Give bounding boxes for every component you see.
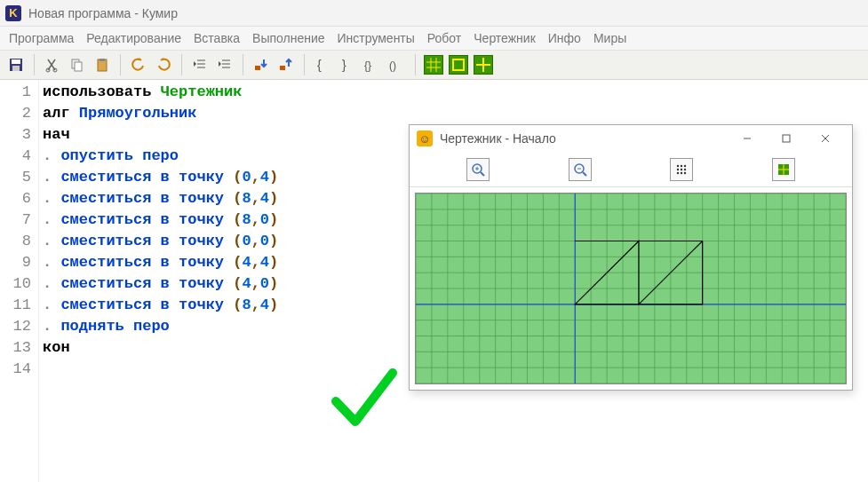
toolbar-separator: [304, 54, 305, 75]
outdent-icon[interactable]: [189, 54, 211, 75]
svg-text:}: }: [342, 58, 346, 72]
line-number: 10: [0, 273, 38, 295]
line-number: 6: [0, 188, 38, 209]
line-number: 3: [0, 124, 38, 146]
menu-item-3[interactable]: Выполнение: [247, 29, 330, 47]
grid-a-icon[interactable]: [423, 54, 444, 75]
drafter-window: ☺ Чертежник - Начало: [409, 124, 853, 391]
line-number: 1: [0, 82, 38, 103]
svg-line-39: [583, 172, 586, 176]
close-button[interactable]: [806, 126, 845, 151]
toolbar: {}{}(): [0, 50, 868, 80]
redo-icon[interactable]: [153, 54, 174, 75]
svg-rect-31: [783, 135, 790, 142]
drafter-canvas[interactable]: [415, 193, 847, 384]
minimize-button[interactable]: [728, 126, 767, 151]
toolbar-separator: [181, 54, 182, 75]
drafter-toolbar: [410, 152, 852, 187]
menu-item-1[interactable]: Редактирование: [81, 29, 187, 47]
drafter-titlebar[interactable]: ☺ Чертежник - Начало: [410, 125, 852, 152]
paste-icon[interactable]: [92, 54, 113, 75]
svg-point-46: [684, 168, 686, 170]
svg-point-41: [677, 164, 679, 166]
line-number: 7: [0, 209, 38, 231]
menu-item-5[interactable]: Робот: [422, 29, 466, 47]
svg-line-35: [481, 172, 484, 176]
line-number: 9: [0, 252, 38, 273]
line-gutter: 1234567891011121314: [0, 80, 39, 482]
indent-icon[interactable]: [214, 54, 235, 75]
svg-point-43: [684, 164, 686, 166]
svg-rect-27: [453, 59, 464, 70]
svg-rect-17: [255, 66, 260, 70]
svg-rect-2: [12, 66, 20, 71]
line-number: 8: [0, 231, 38, 252]
copy-icon[interactable]: [67, 54, 88, 75]
grid-c-icon[interactable]: [473, 54, 494, 75]
svg-text:{: {: [317, 58, 322, 72]
menu-item-8[interactable]: Миры: [588, 29, 632, 47]
svg-point-47: [677, 171, 679, 173]
brace-alt-icon[interactable]: (): [386, 54, 408, 75]
menu-item-2[interactable]: Вставка: [188, 29, 245, 47]
titlebar: K Новая программа - Кумир: [0, 0, 868, 27]
zoom-in-icon[interactable]: [466, 158, 490, 181]
undo-icon[interactable]: [128, 54, 149, 75]
step-over-icon[interactable]: [275, 54, 297, 75]
svg-point-45: [681, 168, 682, 170]
drafter-app-icon: ☺: [417, 130, 433, 146]
svg-rect-18: [280, 66, 285, 70]
svg-text:(): (): [389, 59, 396, 72]
svg-rect-1: [12, 59, 20, 64]
svg-point-44: [677, 168, 679, 170]
code-line[interactable]: алг Прямоугольник: [39, 103, 868, 124]
fit-icon[interactable]: [772, 158, 795, 181]
window-title: Новая программа - Кумир: [28, 6, 178, 20]
svg-text:{}: {}: [364, 59, 371, 72]
line-number: 14: [0, 359, 38, 380]
menu-item-6[interactable]: Чертежник: [468, 29, 541, 47]
toolbar-separator: [415, 54, 416, 75]
toolbar-separator: [243, 54, 243, 75]
maximize-button[interactable]: [767, 126, 806, 151]
svg-rect-10: [100, 59, 105, 61]
grid-b-icon[interactable]: [448, 54, 469, 75]
line-number: 11: [0, 295, 38, 316]
step-into-icon[interactable]: [251, 54, 272, 75]
line-number: 13: [0, 337, 38, 359]
save-icon[interactable]: [5, 54, 27, 75]
menu-item-7[interactable]: Инфо: [543, 29, 586, 47]
brace-open-icon[interactable]: {: [312, 54, 333, 75]
svg-rect-8: [75, 62, 82, 71]
svg-point-49: [684, 171, 686, 173]
cut-icon[interactable]: [42, 54, 63, 75]
menu-item-0[interactable]: Программа: [4, 29, 79, 47]
line-number: 4: [0, 146, 38, 167]
toolbar-separator: [120, 54, 121, 75]
line-number: 2: [0, 103, 38, 124]
brace-pair-icon[interactable]: {}: [362, 54, 383, 75]
zoom-out-icon[interactable]: [569, 158, 592, 181]
svg-point-42: [681, 164, 682, 166]
drafter-title: Чертежник - Начало: [440, 131, 556, 146]
brace-close-icon[interactable]: }: [337, 54, 358, 75]
grid-toggle-icon[interactable]: [670, 158, 693, 181]
code-line[interactable]: использовать Чертежник: [39, 82, 868, 103]
toolbar-separator: [34, 54, 35, 75]
svg-point-48: [681, 171, 682, 173]
menubar: ПрограммаРедактированиеВставкаВыполнение…: [0, 27, 868, 50]
menu-item-4[interactable]: Инструменты: [332, 29, 420, 47]
line-number: 12: [0, 316, 38, 337]
line-number: 5: [0, 167, 38, 188]
app-icon: K: [5, 5, 21, 21]
